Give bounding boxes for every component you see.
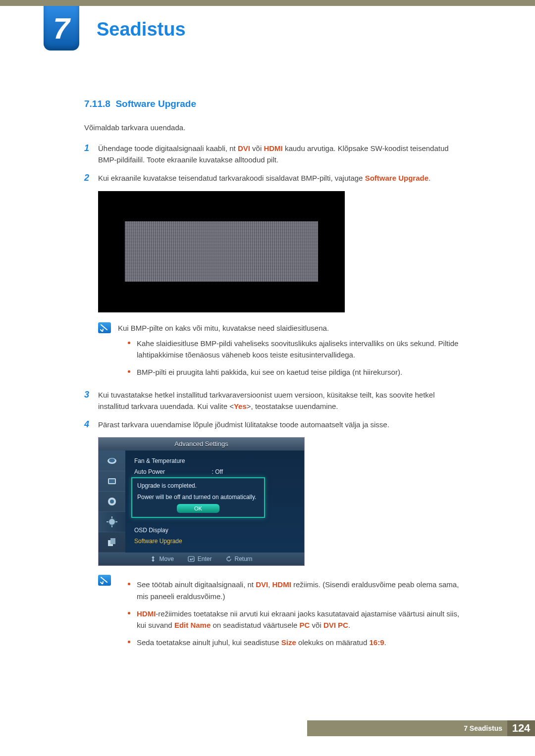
note2-bullet-1: See töötab ainult digitaalsignaali, nt D…	[128, 579, 466, 602]
svg-rect-14	[188, 556, 194, 561]
osd-dialog-line1: Upgrade is completed.	[137, 481, 259, 491]
osd-nav-icon	[99, 492, 125, 512]
note-icon	[98, 575, 111, 586]
section-number: 7.11.8	[84, 99, 110, 109]
chapter-title: Seadistus	[97, 19, 186, 40]
osd-row-fan: Fan & Temperature	[134, 455, 297, 466]
osd-row-autopower: Auto Power: Off	[134, 466, 297, 477]
svg-point-1	[109, 458, 115, 462]
svg-point-5	[110, 500, 114, 504]
svg-rect-8	[111, 516, 112, 518]
svg-rect-3	[109, 479, 115, 483]
step-number: 4	[84, 419, 98, 430]
osd-footer: Move Enter Return	[99, 553, 304, 565]
footer-page-number: 124	[507, 720, 535, 736]
svg-point-7	[109, 519, 115, 525]
svg-rect-10	[107, 521, 108, 522]
bmp-screenshot	[98, 191, 345, 312]
step-2: 2 Kui ekraanile kuvatakse teisendatud ta…	[84, 172, 466, 184]
section-intro: Võimaldab tarkvara uuendada.	[84, 122, 466, 133]
highlight-dvi: DVI	[238, 144, 250, 152]
osd-title: Advanced Settings	[99, 438, 304, 451]
highlight-yes: Yes	[234, 402, 247, 410]
osd-hint-move: Move	[150, 554, 173, 564]
step-4: 4 Pärast tarkvara uuendamise lõpule jõud…	[84, 419, 466, 430]
step-1: 1 Ühendage toode digitaalsignaali kaabli…	[84, 143, 466, 166]
note1-lead: Kui BMP-pilte on kaks või mitu, kuvataks…	[118, 322, 466, 334]
svg-rect-11	[115, 521, 117, 522]
osd-nav-icon-selected	[99, 512, 125, 532]
osd-screenshot: Advanced Settings Fan & Temperature Auto…	[98, 437, 305, 566]
step-number: 3	[84, 389, 98, 412]
osd-row-software-upgrade: Software Upgrade	[134, 536, 297, 547]
section-heading: 7.11.8 Software Upgrade	[84, 97, 466, 111]
note-icon	[98, 322, 111, 333]
step-number: 1	[84, 143, 98, 166]
osd-dialog-line2: Power will be off and turned on automati…	[137, 493, 259, 502]
note-block-1: Kui BMP-pilte on kaks või mitu, kuvataks…	[98, 322, 466, 384]
osd-nav-icon	[99, 532, 125, 553]
highlight-hdmi: HDMI	[264, 144, 282, 152]
osd-nav-icon	[99, 471, 125, 492]
osd-dialog: Upgrade is completed. Power will be off …	[131, 477, 265, 517]
osd-hint-return: Return	[226, 554, 253, 564]
svg-rect-13	[110, 538, 115, 544]
svg-rect-9	[111, 525, 112, 527]
chapter-number-badge: 7	[44, 6, 79, 50]
note1-bullet-2: BMP-pilti ei pruugita lahti pakkida, kui…	[128, 366, 466, 378]
section-title: Software Upgrade	[115, 99, 196, 109]
note2-bullet-3: Seda toetatakse ainult juhul, kui seadis…	[128, 637, 466, 648]
highlight-software-upgrade: Software Upgrade	[365, 174, 428, 182]
step-number: 2	[84, 172, 98, 184]
osd-row-osd-display: OSD Display	[134, 525, 297, 536]
osd-sidebar	[99, 451, 125, 553]
osd-hint-enter: Enter	[188, 554, 212, 564]
note-block-2: See töötab ainult digitaalsignaali, nt D…	[98, 575, 466, 654]
step-3: 3 Kui tuvastatakse hetkel installitud ta…	[84, 389, 466, 412]
footer-chapter: 7 Seadistus	[464, 724, 502, 732]
osd-nav-icon	[99, 451, 125, 471]
osd-ok-button[interactable]: OK	[177, 504, 219, 513]
note1-bullet-1: Kahe slaidiesitluse BMP-pildi vaheliseks…	[128, 338, 466, 361]
note2-bullet-2: HDMI-režiimides toetatakse nii arvuti ku…	[128, 608, 466, 631]
